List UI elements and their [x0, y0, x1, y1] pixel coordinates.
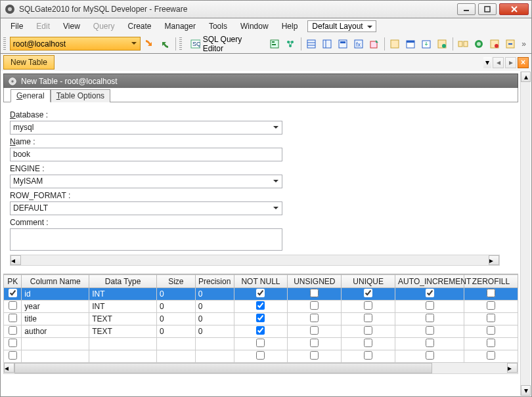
- table-row[interactable]: idINT00: [4, 288, 518, 301]
- cell-precision[interactable]: [195, 338, 234, 350]
- options-icon[interactable]: [503, 37, 517, 51]
- grid-hscrollbar[interactable]: ◂ ▸: [3, 363, 518, 374]
- cell-size[interactable]: [157, 338, 196, 350]
- toolbar-grip[interactable]: [179, 37, 182, 51]
- engine-combo[interactable]: MyISAM: [10, 175, 282, 188]
- refresh-icon[interactable]: [488, 37, 502, 51]
- checkbox[interactable]: [9, 326, 17, 335]
- col-unique[interactable]: UNIQUE: [342, 275, 395, 288]
- cell-size[interactable]: 0: [157, 313, 196, 325]
- checkbox[interactable]: [364, 314, 372, 322]
- table-row[interactable]: authorTEXT00: [4, 325, 518, 338]
- cell-column-name[interactable]: author: [22, 325, 89, 338]
- checkbox[interactable]: [487, 301, 495, 310]
- view-icon[interactable]: [336, 37, 349, 51]
- name-input[interactable]: book: [10, 148, 282, 161]
- checkbox[interactable]: [426, 289, 434, 297]
- checkbox[interactable]: [9, 351, 17, 360]
- checkbox[interactable]: [364, 289, 372, 297]
- scroll-thumb[interactable]: [14, 363, 432, 373]
- scroll-left-icon[interactable]: ◂: [11, 255, 21, 265]
- checkbox[interactable]: [364, 351, 372, 360]
- tab-prev-button[interactable]: ◂: [493, 57, 504, 68]
- menu-tools[interactable]: Tools: [203, 20, 233, 33]
- checkbox[interactable]: [426, 326, 434, 335]
- cell-column-name[interactable]: [22, 338, 89, 350]
- checkbox[interactable]: [487, 351, 495, 360]
- toolbar-overflow-icon[interactable]: »: [519, 39, 529, 49]
- checkbox[interactable]: [310, 339, 319, 347]
- scroll-right-icon[interactable]: ▸: [489, 255, 499, 265]
- cell-column-name[interactable]: year: [22, 301, 89, 313]
- col-precision[interactable]: Precision: [195, 275, 234, 288]
- row-format-combo[interactable]: DEFAULT: [10, 201, 282, 215]
- scroll-right-icon[interactable]: ▸: [507, 363, 518, 373]
- checkbox[interactable]: [256, 326, 265, 335]
- toolbar-grip[interactable]: [3, 37, 6, 51]
- checkbox[interactable]: [9, 314, 17, 322]
- checkbox[interactable]: [9, 289, 17, 297]
- checkbox[interactable]: [426, 301, 434, 310]
- checkbox[interactable]: [9, 339, 17, 347]
- checkbox[interactable]: [426, 351, 434, 360]
- checkbox[interactable]: [256, 351, 265, 360]
- export-icon[interactable]: [367, 37, 381, 51]
- cell-precision[interactable]: 0: [195, 325, 234, 338]
- col-size[interactable]: Size: [157, 275, 196, 288]
- menu-create[interactable]: Create: [122, 20, 158, 33]
- cell-column-name[interactable]: title: [22, 313, 89, 325]
- checkbox[interactable]: [256, 314, 265, 322]
- tab-dropdown-icon[interactable]: ▾: [483, 57, 491, 68]
- tab-next-button[interactable]: ▸: [505, 57, 516, 68]
- tab-table-options[interactable]: Table Options: [51, 89, 110, 102]
- cell-size[interactable]: 0: [157, 288, 196, 301]
- table-row[interactable]: yearINT00: [4, 301, 518, 313]
- maximize-button[interactable]: [478, 3, 497, 15]
- checkbox[interactable]: [426, 314, 434, 322]
- checkbox[interactable]: [256, 339, 265, 347]
- cell-precision[interactable]: 0: [195, 288, 234, 301]
- col-auto-increment[interactable]: AUTO_INCREMENT: [395, 275, 464, 288]
- col-not-null[interactable]: NOT NULL: [234, 275, 288, 288]
- cell-data-type[interactable]: [89, 338, 157, 350]
- schedule-icon[interactable]: [404, 37, 418, 51]
- menu-window[interactable]: Window: [234, 20, 275, 33]
- table-row[interactable]: titleTEXT00: [4, 313, 518, 325]
- col-data-type[interactable]: Data Type: [89, 275, 157, 288]
- cell-size[interactable]: 0: [157, 325, 196, 338]
- run-sql-icon[interactable]: [143, 37, 156, 51]
- col-column-name[interactable]: Column Name: [22, 275, 89, 288]
- menu-manager[interactable]: Manager: [159, 20, 202, 33]
- cell-data-type[interactable]: TEXT: [89, 313, 157, 325]
- checkbox[interactable]: [364, 326, 372, 335]
- checkbox[interactable]: [310, 289, 319, 297]
- scroll-down-icon[interactable]: ▾: [521, 385, 531, 396]
- plan-icon[interactable]: [268, 37, 282, 51]
- checkbox[interactable]: [487, 339, 495, 347]
- table-row[interactable]: [4, 350, 518, 363]
- checkbox[interactable]: [310, 314, 319, 322]
- checkbox[interactable]: [364, 339, 372, 347]
- cell-size[interactable]: 0: [157, 301, 196, 313]
- cell-precision[interactable]: 0: [195, 313, 234, 325]
- scroll-up-icon[interactable]: ▴: [521, 72, 531, 82]
- minimize-button[interactable]: [457, 3, 476, 15]
- checkbox[interactable]: [310, 326, 319, 335]
- cell-data-type[interactable]: TEXT: [89, 325, 157, 338]
- tab-general[interactable]: General: [11, 89, 51, 102]
- checkbox[interactable]: [487, 289, 495, 297]
- checkbox[interactable]: [310, 301, 319, 310]
- table-row[interactable]: [4, 338, 518, 350]
- checkbox[interactable]: [256, 289, 265, 297]
- vertical-scrollbar[interactable]: ▴ ▾: [520, 72, 531, 396]
- menu-file[interactable]: File: [5, 20, 29, 33]
- table-icon[interactable]: [304, 37, 318, 51]
- cell-column-name[interactable]: [22, 350, 89, 363]
- tab-new-table[interactable]: New Table: [3, 55, 55, 70]
- cell-data-type[interactable]: INT: [89, 288, 157, 301]
- sql-query-editor-button[interactable]: SQL SQL Query Editor: [186, 37, 266, 51]
- menu-help[interactable]: Help: [276, 20, 304, 33]
- cell-precision[interactable]: 0: [195, 301, 234, 313]
- stop-sql-icon[interactable]: [158, 37, 172, 51]
- checkbox[interactable]: [487, 326, 495, 335]
